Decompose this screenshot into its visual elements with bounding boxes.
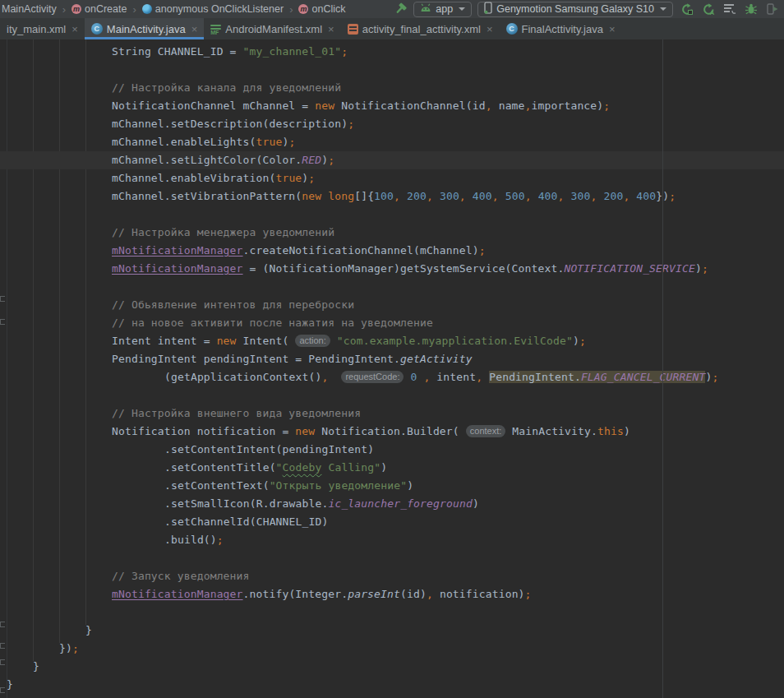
fold-marker[interactable]: [0, 296, 5, 302]
close-tab-icon[interactable]: ×: [191, 24, 198, 35]
code-line: });: [0, 640, 784, 658]
breadcrumb-item[interactable]: MainActivity: [2, 3, 71, 16]
breadcrumb: MainActivitymonCreateanonymous OnClickLi…: [2, 3, 345, 16]
profiler-icon[interactable]: [722, 2, 738, 16]
code-line: .setContentTitle("Codeby Calling"): [0, 459, 784, 477]
debug-icon[interactable]: [743, 2, 759, 16]
anonymous-class-icon: [142, 4, 152, 14]
breadcrumb-label: onClick: [311, 3, 345, 15]
fold-marker[interactable]: [0, 659, 5, 665]
code-editor[interactable]: String CHANNEL_ID = "my_channel_01"; // …: [0, 39, 784, 698]
svg-text:A: A: [709, 9, 714, 16]
code-line: mNotificationManager.createNotificationC…: [0, 242, 784, 260]
code-line: String CHANNEL_ID = "my_channel_01";: [0, 43, 784, 61]
code-line: mChannel.setDescription(description);: [0, 115, 784, 133]
code-line: // Настройка менеджера уведомлений: [0, 224, 784, 242]
close-tab-icon[interactable]: ×: [328, 24, 334, 35]
run-toolbar: app Genymotion Samsung Galaxy S10 A: [393, 2, 781, 17]
code-line: mChannel.enableLights(true);: [0, 133, 784, 151]
device-label: Genymotion Samsung Galaxy S10: [496, 3, 654, 15]
code-line: [0, 61, 784, 79]
breadcrumb-item[interactable]: monCreate: [71, 3, 142, 16]
apply-code-changes-icon[interactable]: A: [700, 2, 717, 16]
code-line: Notification notification = new Notifica…: [0, 423, 784, 441]
run-configuration-label: app: [436, 3, 453, 15]
code-line: .setContentText("Открыть уведомление"): [0, 477, 784, 495]
method-icon: m: [71, 4, 81, 14]
editor-tab-bar: ity_main.xml×CMainActivity.java×MFAndroi…: [0, 18, 784, 39]
code-area: String CHANNEL_ID = "my_channel_01"; // …: [0, 39, 784, 694]
tab-label: AndroidManifest.xml: [225, 23, 322, 35]
code-line: // Настройка внешнего вида уведомления: [0, 404, 784, 423]
tab-label: ity_main.xml: [7, 23, 66, 35]
close-tab-icon[interactable]: ×: [71, 24, 78, 35]
fold-marker[interactable]: [0, 643, 5, 649]
android-head-icon: [420, 3, 431, 15]
code-line: mChannel.enableVibration(true);: [0, 169, 784, 187]
code-line: }: [0, 676, 784, 694]
code-line: // Обьявление интентов для переброски: [0, 296, 784, 314]
action-icons: A: [679, 2, 781, 16]
chevron-down-icon: [459, 7, 465, 11]
breadcrumb-label: MainActivity: [2, 3, 57, 15]
code-line: PendingIntent pendingIntent = PendingInt…: [0, 350, 784, 368]
tab-ity-main-xml[interactable]: ity_main.xml×: [0, 18, 85, 39]
code-line: .setSmallIcon(R.drawable.ic_launcher_for…: [0, 495, 784, 513]
rerun-icon[interactable]: [679, 2, 695, 16]
breadcrumb-item[interactable]: anonymous OnClickListener: [142, 3, 299, 16]
code-line: [0, 603, 784, 622]
code-line: [0, 386, 784, 404]
code-line: Intent intent = new Intent( action: "com…: [0, 332, 784, 350]
code-line: [0, 206, 784, 224]
close-tab-icon[interactable]: ×: [609, 24, 616, 35]
method-icon: m: [298, 4, 308, 14]
code-line: .setContentIntent(pendingIntent): [0, 441, 784, 459]
fold-marker[interactable]: [0, 319, 5, 325]
code-line: mChannel.setLightColor(Color.RED);: [0, 151, 784, 169]
fold-marker[interactable]: [0, 622, 5, 627]
tab-finalacttivity-java[interactable]: CFinalActtivity.java×: [500, 18, 622, 39]
navigation-bar: MainActivitymonCreateanonymous OnClickLi…: [0, 0, 784, 18]
code-line: }: [0, 658, 784, 676]
code-line: mNotificationManager = (NotificationMana…: [0, 260, 784, 278]
close-tab-icon[interactable]: ×: [487, 24, 493, 35]
run-configuration-selector[interactable]: app: [413, 2, 472, 17]
device-selector[interactable]: Genymotion Samsung Galaxy S10: [477, 2, 673, 17]
code-line: .setChannelId(CHANNEL_ID): [0, 513, 784, 531]
code-line: mNotificationManager.notify(Integer.pars…: [0, 585, 784, 603]
code-line: // Запуск уведомления: [0, 567, 784, 585]
chevron-down-icon: [660, 7, 666, 11]
java-class-icon: C: [506, 23, 518, 35]
breadcrumb-label: anonymous OnClickListener: [155, 3, 284, 15]
breadcrumb-item[interactable]: monClick: [298, 3, 345, 15]
code-line: }: [0, 622, 784, 640]
manifest-file-icon: MF: [210, 24, 221, 35]
code-line: .build();: [0, 531, 784, 549]
code-line: mChannel.setVibrationPattern(new long[]{…: [0, 187, 784, 206]
tab-androidmanifest-xml[interactable]: MFAndroidManifest.xml×: [204, 18, 340, 39]
tab-label: MainActivity.java: [107, 23, 186, 35]
xml-file-icon: [348, 24, 358, 35]
code-line: (getApplicationContext(), requestCode: 0…: [0, 368, 784, 386]
tab-mainactivity-java[interactable]: CMainActivity.java×: [85, 18, 204, 39]
code-line: [0, 549, 784, 567]
tab-label: activity_final_acttivity.xml: [362, 23, 481, 35]
build-hammer-icon[interactable]: [393, 2, 408, 16]
java-class-icon: C: [91, 23, 103, 35]
code-line: NotificationChannel mChannel = new Notif…: [0, 97, 784, 115]
attach-debugger-icon[interactable]: [764, 2, 781, 16]
code-line: // Настройка канала для уведомлений: [0, 79, 784, 97]
fold-marker[interactable]: [0, 687, 5, 693]
phone-icon: [484, 2, 492, 16]
tab-activity-final-acttivity-xml[interactable]: activity_final_acttivity.xml×: [341, 18, 500, 39]
tab-label: FinalActtivity.java: [522, 23, 603, 35]
ide-window: MainActivitymonCreateanonymous OnClickLi…: [0, 0, 784, 698]
code-line: // на новое активити после нажатия на ув…: [0, 314, 784, 332]
breadcrumb-label: onCreate: [85, 3, 127, 15]
code-line: [0, 278, 784, 296]
